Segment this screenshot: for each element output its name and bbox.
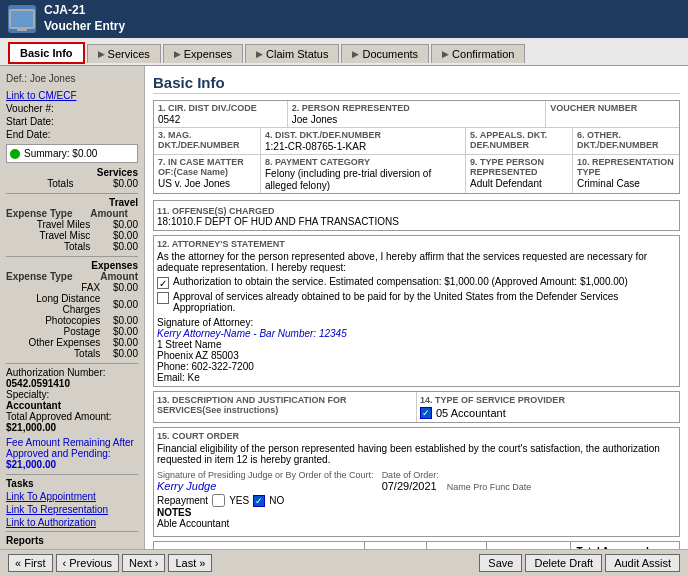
tab-basic-info[interactable]: Basic Info [8,42,85,64]
auth-number-label: Authorization Number: [6,367,106,378]
repayment-no-checkbox[interactable]: ✓ [253,495,265,507]
travel-table: Travel Expense Type Amount Travel Miles … [6,197,138,252]
link-authorization[interactable]: Link to Authorization [6,517,138,528]
approval-checkbox[interactable] [157,292,169,304]
next-button[interactable]: Next › [122,554,165,572]
list-item: Photocopies $0.00 [6,315,138,326]
sidebar: Def.: Joe Jones Link to CM/ECF Voucher #… [0,66,145,549]
field-rep-type: 10. REPRESENTATION TYPE Criminal Case [573,155,679,193]
approval-checkbox-label: Approval of services already obtained to… [173,291,676,313]
person-rep-label: 2. PERSON REPRESENTED [292,103,542,113]
travel-misc-value: $0.00 [90,230,138,241]
tasks-section: Tasks Link To Appointment Link To Repres… [6,478,138,528]
court-date-info: Date of Order: 07/29/2021 [382,468,439,492]
field-payment-cat: 8. PAYMENT CATEGORY Felony (including pr… [261,155,466,193]
travel-miles-label: Travel Miles [6,219,90,230]
court-judge-name: Kerry Judge [157,480,216,492]
date-signed-col1: Date Signed [365,542,427,550]
sig-approval-table: Signature of Presiding Judge Date Signed… [153,541,680,549]
reports-section: Reports Form CJA21 [6,535,138,549]
photo-value: $0.00 [100,315,138,326]
form-row-1: 1. CIR. DIST DIV./CODE 0542 2. PERSON RE… [154,101,679,128]
expense-col1: Expense Type [6,271,100,282]
link-appointment[interactable]: Link To Appointment [6,491,138,502]
tab-services[interactable]: ▶ Services [87,44,161,63]
court-sig-row: Signature of Presiding Judge or By Order… [157,468,676,492]
tab-arrow: ▶ [174,49,181,59]
field-other-dkt: 6. OTHER. DKT./DEF.NUMBER [573,128,679,154]
auth-checkbox[interactable]: ✓ [157,277,169,289]
nav-tabs: Basic Info ▶ Services ▶ Expenses ▶ Claim… [0,38,688,66]
save-button[interactable]: Save [479,554,522,572]
fee-remaining-info: Fee Amount Remaining After Approved and … [6,437,138,470]
tab-documents[interactable]: ▶ Documents [341,44,429,63]
travel-col2: Amount [90,208,138,219]
type-service-checkbox[interactable]: ✓ [420,407,432,419]
field-person-rep: 2. PERSON REPRESENTED Joe Jones [288,101,547,127]
cm-ecf-link[interactable]: Link to CM/ECF [6,90,138,101]
case-id: CJA-21 [44,3,125,19]
list-item: FAX $0.00 [6,282,138,293]
travel-header: Travel [6,197,138,208]
auth-checkbox-label: Authorization to obtain the service. Est… [173,276,628,287]
attorney-section: 12. ATTORNEY'S STATEMENT As the attorney… [153,235,680,387]
tab-documents-label: Documents [362,48,418,60]
offense-section: 11. OFFENSE(S) CHARGED 18:1010.F DEPT OF… [153,200,680,231]
tab-expenses[interactable]: ▶ Expenses [163,44,243,63]
voucher-entry-label: Voucher Entry [44,19,125,35]
tab-confirmation[interactable]: ▶ Confirmation [431,44,525,63]
attorney-statement-text: As the attorney for the person represent… [157,251,676,273]
sig-address1: 1 Street Name [157,339,221,350]
header-text: CJA-21 Voucher Entry [44,3,125,34]
repayment-no-label: NO [269,495,284,506]
tab-arrow: ▶ [442,49,449,59]
total-approved-label: Total Approved Amount: [6,411,112,422]
tab-arrow: ▶ [352,49,359,59]
sig-phone: Phone: 602-322-7200 [157,361,254,372]
checkmark-icon: ✓ [159,278,167,289]
rep-type-label: 10. REPRESENTATION TYPE [577,157,675,177]
court-name-pro-label: Name Pro Func Date [447,482,532,492]
court-date-label: Date of Order: [382,470,439,480]
case-name-label: 7. IN CASE MATTER OF:(Case Name) [158,157,256,177]
desc-cell: 13. DESCRIPTION AND JUSTIFICATION FOR SE… [154,392,417,422]
dist-dkt-label: 4. DIST. DKT./DEF.NUMBER [265,130,461,140]
first-button[interactable]: « First [8,554,53,572]
list-item: Travel Miles $0.00 [6,219,138,230]
list-item: Travel Misc $0.00 [6,230,138,241]
audit-assist-button[interactable]: Audit Assist [605,554,680,572]
travel-misc-label: Travel Misc [6,230,90,241]
delete-draft-button[interactable]: Delete Draft [525,554,602,572]
reports-header: Reports [6,535,138,546]
link-representation[interactable]: Link To Representation [6,504,138,515]
notes-label: NOTES [157,507,191,518]
other-dkt-label: 6. OTHER. DKT./DEF.NUMBER [577,130,675,150]
monitor-icon [9,9,35,29]
tab-claim-status[interactable]: ▶ Claim Status [245,44,339,63]
specialty-label: Specialty: [6,389,49,400]
def-label: Def.: Joe Jones [6,73,75,84]
travel-totals-label: Totals [6,241,90,252]
nav-btn-group: « First ‹ Previous Next › Last » [8,554,212,572]
summary-label: Summary: $0.00 [24,148,97,159]
field-voucher-num: VOUCHER NUMBER [546,101,679,127]
fee-remaining-label: Fee Amount Remaining After Approved and … [6,437,134,459]
auth-info: Authorization Number: 0542.0591410 Speci… [6,367,138,433]
services-table: Services Totals $0.00 [6,167,138,189]
last-button[interactable]: Last » [168,554,212,572]
app-icon [8,5,36,33]
summary-dot [10,149,20,159]
fax-label: FAX [6,282,100,293]
previous-button[interactable]: ‹ Previous [56,554,120,572]
checkbox-row-1: ✓ Authorization to obtain the service. E… [157,276,676,289]
list-item: Long Distance Charges $0.00 [6,293,138,315]
specialty-value: Accountant [6,400,138,411]
field-cir-dist: 1. CIR. DIST DIV./CODE 0542 [154,101,288,127]
court-sig-label: Signature of Presiding Judge or By Order… [157,470,374,480]
repayment-row: Repayment YES ✓ NO [157,494,676,507]
total-approved-col: Total Approved Amount$21,000.00 [570,542,679,550]
form-row-2: 3. MAG. DKT./DEF.NUMBER 4. DIST. DKT./DE… [154,128,679,155]
repayment-yes-checkbox[interactable] [212,494,225,507]
form-row-3: 7. IN CASE MATTER OF:(Case Name) US v. J… [154,155,679,193]
type-service-cell: 14. TYPE OF SERVICE PROVIDER ✓ 05 Accoun… [417,392,679,422]
